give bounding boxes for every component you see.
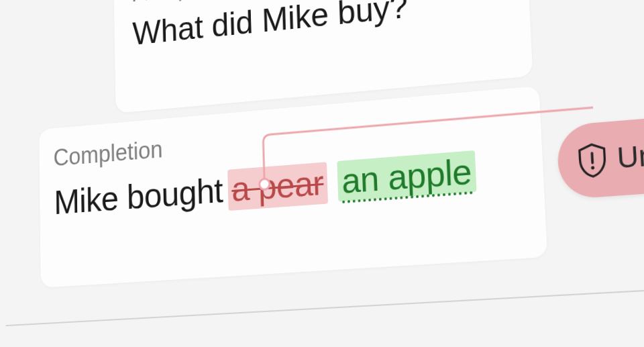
svg-point-3	[591, 166, 594, 170]
alert-label: Ungroundedn	[616, 127, 644, 175]
ungroundedness-alert[interactable]: Ungroundedn	[556, 101, 644, 200]
corrected-text: an apple	[341, 152, 472, 203]
ungrounded-span[interactable]: a pear	[227, 162, 328, 211]
completion-prefix: Mike bought	[54, 170, 232, 221]
shield-warning-icon	[577, 142, 608, 178]
prompt-text: What did Mike buy?	[132, 0, 509, 52]
svg-line-2	[592, 153, 592, 163]
completion-card: Completion Mike bought a pear an apple	[39, 86, 547, 288]
divider	[6, 277, 644, 327]
struck-text: a pear	[231, 163, 324, 209]
corrected-span[interactable]: an apple	[337, 150, 476, 201]
